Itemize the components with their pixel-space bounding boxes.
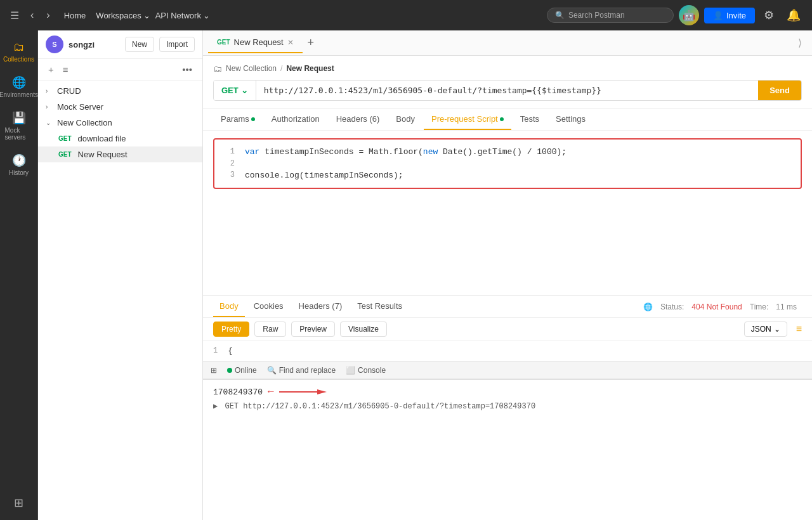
forward-button[interactable]: › [43,7,53,23]
main-layout: 🗂 Collections 🌐 Environments 💾 Mock serv… [0,30,812,520]
sidebar-toolbar: + ≡ ••• [38,59,202,81]
history-icon: 🕐 [12,153,26,167]
notifications-icon[interactable]: 🔔 [783,6,804,25]
main-content: GET New Request ✕ + ⟩ 🗂 New Collection /… [203,30,812,520]
visualize-button[interactable]: Visualize [340,322,387,337]
code-editor[interactable]: 1 var timestampInSeconds = Math.floor(ne… [203,131,812,296]
sidebar-header: S songzi New Import [38,30,202,59]
sidebar-tree: › CRUD › Mock Server ⌄ New Collection GE… [38,81,202,520]
top-navbar: ☰ ‹ › Home Workspaces ⌄ API Network ⌄ 🔍 … [0,0,812,30]
add-tab-button[interactable]: + [303,36,320,49]
req-tab-headers[interactable]: Headers (6) [329,109,388,130]
find-replace-button[interactable]: 🔍 Find and replace [267,366,336,375]
response-tabs-bar: Body Cookies Headers (7) Test Results 🌐 … [203,296,812,318]
response-tab-body[interactable]: Body [213,296,245,317]
avatar: S [46,36,63,53]
code-area[interactable]: 1 var timestampInSeconds = Math.floor(ne… [213,138,802,189]
tree-item-new-collection[interactable]: ⌄ New Collection [38,115,202,131]
req-tab-settings[interactable]: Settings [548,109,593,130]
breadcrumb: 🗂 New Collection / New Request [213,63,802,74]
chevron-right-icon: › [46,88,53,94]
req-tab-authorization[interactable]: Authorization [264,109,327,130]
arrow-graphic [279,387,330,397]
req-tab-pre-request[interactable]: Pre-request Script [424,109,511,130]
code-line-1: 1 var timestampInSeconds = Math.floor(ne… [214,146,801,158]
home-link[interactable]: Home [59,8,91,23]
search-icon: 🔍 [555,11,565,20]
avatar-icon: 🤖 [679,5,699,25]
sidebar-item-environments[interactable]: 🌐 Environments [3,70,36,103]
chevron-down-icon: ⌄ [774,325,780,334]
response-section: Body Cookies Headers (7) Test Results 🌐 … [203,296,812,361]
collections-icon: 🗂 [13,41,25,54]
tree-item-download-file[interactable]: GET download file [38,131,202,146]
preview-button[interactable]: Preview [291,322,335,337]
get-badge: GET [217,39,230,46]
user-info: S songzi [46,36,120,53]
online-status: Online [227,366,257,375]
response-toolbar: Pretty Raw Preview Visualize JSON ⌄ ≡ [203,318,812,341]
params-dot [251,117,255,121]
search-bar[interactable]: 🔍 Search Postman [547,8,674,23]
layout-toggle[interactable]: ⊞ [211,366,217,375]
url-bar: GET ⌄ Send [213,80,802,101]
method-select[interactable]: GET ⌄ [214,81,256,100]
url-input[interactable] [256,81,758,100]
response-body: 1 { [203,341,812,361]
mock-servers-icon: 💾 [12,111,26,125]
api-network-dropdown[interactable]: API Network ⌄ [155,11,210,20]
workspaces-dropdown[interactable]: Workspaces ⌄ [96,11,150,20]
icon-sidebar: 🗂 Collections 🌐 Environments 💾 Mock serv… [0,30,38,520]
request-tabs: Params Authorization Headers (6) Body Pr… [203,109,812,131]
bottom-bar: ⊞ Online 🔍 Find and replace ⬜ Console [203,361,812,379]
code-line-2: 2 [214,158,801,169]
import-button[interactable]: Import [159,37,195,52]
response-tab-cookies[interactable]: Cookies [247,296,290,317]
sidebar-item-mock-servers[interactable]: 💾 Mock servers [3,106,36,146]
chevron-right-icon: › [46,103,53,110]
format-icon[interactable]: ≡ [796,323,802,335]
code-line-3: 3 console.log(timestampInSeconds); [214,169,801,181]
console-icon: ⬜ [346,366,355,375]
sidebar-item-add[interactable]: ⊞ [3,491,36,515]
arrow-icon: ← [268,386,274,398]
collections-sidebar: S songzi New Import + ≡ ••• › CRUD › Moc… [38,30,203,520]
sidebar-item-collections[interactable]: 🗂 Collections [3,36,36,68]
response-status: 🌐 Status: 404 Not Found Time: 11 ms [643,302,802,311]
console-button[interactable]: ⬜ Console [346,366,386,375]
pre-request-dot [500,117,504,121]
req-tab-tests[interactable]: Tests [513,109,547,130]
send-button[interactable]: Send [758,81,801,100]
sidebar-toggle-icon[interactable]: ⟩ [793,37,807,49]
svg-marker-1 [317,389,327,394]
add-collection-icon[interactable]: + [46,63,56,76]
environments-icon: 🌐 [12,75,26,89]
tree-item-new-request[interactable]: GET New Request [38,146,202,162]
response-tab-headers[interactable]: Headers (7) [292,296,349,317]
invite-button[interactable]: 👤 Invite [704,8,755,23]
format-select[interactable]: JSON ⌄ [744,322,787,337]
pretty-button[interactable]: Pretty [213,322,249,337]
collection-icon: 🗂 [213,63,222,74]
back-button[interactable]: ‹ [27,7,37,23]
sidebar-item-history[interactable]: 🕐 History [3,148,36,181]
more-options-icon[interactable]: ••• [180,63,195,76]
console-value: 1708249370 ← [213,386,802,398]
req-tab-body[interactable]: Body [388,109,422,130]
response-tab-test-results[interactable]: Test Results [351,296,409,317]
tree-item-mock-server[interactable]: › Mock Server [38,99,202,115]
get-badge: GET [56,150,74,159]
hamburger-icon[interactable]: ☰ [8,7,22,24]
raw-button[interactable]: Raw [254,322,286,337]
console-panel: 1708249370 ← ▶ GET http://127.0.0.1:4523… [203,379,812,417]
invite-icon: 👤 [713,11,723,20]
filter-icon[interactable]: ≡ [60,63,71,76]
new-button[interactable]: New [125,37,154,52]
tab-close-icon[interactable]: ✕ [287,38,294,47]
tabs-bar: GET New Request ✕ + ⟩ [203,30,812,56]
tab-new-request[interactable]: GET New Request ✕ [208,32,303,53]
settings-icon[interactable]: ⚙ [760,6,778,25]
response-body-line: 1 { [213,346,802,356]
req-tab-params[interactable]: Params [213,109,263,130]
tree-item-crud[interactable]: › CRUD [38,83,202,99]
